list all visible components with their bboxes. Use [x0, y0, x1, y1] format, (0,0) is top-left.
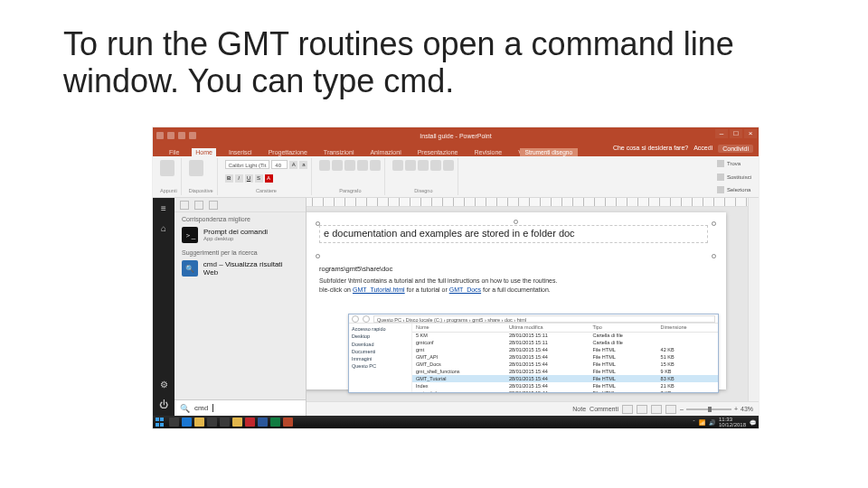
- resize-handle[interactable]: [712, 254, 716, 258]
- file-explorer-window[interactable]: Questo PC › Disco locale (C:) › programs…: [348, 314, 719, 393]
- filter-web-icon[interactable]: [209, 201, 218, 210]
- window-controls[interactable]: – □ ×: [715, 129, 757, 138]
- tab-slideshow[interactable]: Presentazione: [414, 148, 462, 156]
- font-color-icon[interactable]: A: [265, 174, 273, 183]
- arrange-icon[interactable]: [405, 160, 416, 171]
- close-button[interactable]: ×: [744, 129, 757, 138]
- signin[interactable]: Accedi: [693, 145, 712, 153]
- tab-review[interactable]: Revisione: [470, 148, 505, 156]
- align-center-icon[interactable]: [357, 160, 368, 171]
- powerpoint-icon[interactable]: [283, 418, 293, 427]
- ribbon-drawing[interactable]: Disegno: [389, 158, 458, 195]
- resize-handle[interactable]: [316, 221, 320, 226]
- volume-icon[interactable]: 🔊: [709, 419, 715, 426]
- tray-chevron-icon[interactable]: ˄: [693, 419, 695, 426]
- vertical-scrollbar[interactable]: [748, 198, 759, 401]
- align-right-icon[interactable]: [370, 160, 381, 171]
- ribbon[interactable]: Appunti Diapositive Calibri Light (Tit 4…: [153, 156, 759, 198]
- zoom-slider[interactable]: –+ 43%: [680, 406, 753, 412]
- table-row[interactable]: 5 KM28/01/2015 15:11Cartella di file: [412, 332, 718, 339]
- strike-icon[interactable]: S: [255, 174, 263, 183]
- tab-animations[interactable]: Animazioni: [366, 148, 404, 156]
- filter-apps-icon[interactable]: [180, 201, 189, 210]
- align-left-icon[interactable]: [344, 160, 355, 171]
- ribbon-slides[interactable]: Diapositive: [185, 158, 218, 195]
- ribbon-editing[interactable]: Trova Sostituisci Seleziona: [713, 158, 755, 195]
- result-cmd-app[interactable]: ＞_ Prompt dei comandi App desktop: [175, 224, 306, 246]
- start-button[interactable]: [156, 418, 166, 427]
- mail-icon[interactable]: [220, 418, 230, 427]
- tab-insert[interactable]: Inserisci: [225, 148, 256, 156]
- underline-icon[interactable]: U: [245, 174, 253, 183]
- explorer-titlebar[interactable]: Questo PC › Disco locale (C:) › programs…: [349, 314, 718, 324]
- back-button[interactable]: [352, 315, 359, 323]
- resize-handle[interactable]: [712, 221, 716, 226]
- inner-slide-title-textbox[interactable]: e documentation and examples are stored …: [319, 225, 708, 243]
- select-icon[interactable]: [717, 186, 724, 193]
- shape-fill-icon[interactable]: [430, 160, 441, 171]
- windows-taskbar[interactable]: ˄ 📶 🔊 11:33 10/12/2018 💬: [153, 416, 759, 428]
- bold-icon[interactable]: B: [225, 174, 233, 183]
- table-row[interactable]: gmt28/01/2015 15:44File HTML42 KB: [412, 346, 718, 353]
- shapes-icon[interactable]: [392, 160, 403, 171]
- explorer-nav-pane[interactable]: Accesso rapido Desktop Download Document…: [349, 324, 412, 392]
- sorter-view-icon[interactable]: [637, 405, 647, 414]
- table-row[interactable]: gmtconf28/01/2015 15:11Cartella di file: [412, 339, 718, 346]
- slideshow-view-icon[interactable]: [665, 405, 676, 414]
- nav-item[interactable]: Desktop: [352, 333, 409, 340]
- table-row[interactable]: Index28/01/2015 15:44File HTML21 KB: [412, 382, 718, 389]
- tab-transitions[interactable]: Transizioni: [320, 148, 358, 156]
- home-icon[interactable]: ⌂: [158, 223, 169, 234]
- start-search-box[interactable]: 🔍 cmd: [175, 399, 306, 416]
- numbering-icon[interactable]: [332, 160, 343, 171]
- tab-design[interactable]: Progettazione: [265, 148, 311, 156]
- reading-view-icon[interactable]: [651, 405, 662, 414]
- replace-icon[interactable]: [717, 174, 724, 181]
- start-menu[interactable]: ≡ ⌂ ⚙ ⏻ Corrispondenza migliore ＞_ Promp…: [153, 198, 307, 416]
- font-size-select[interactable]: 40: [271, 160, 288, 169]
- notes-button[interactable]: Note: [572, 406, 586, 412]
- table-row[interactable]: GMT_Tutorial28/01/2015 15:44File HTML83 …: [412, 375, 718, 382]
- ribbon-font[interactable]: Calibri Light (Tit 40 A a B I U S A Cara…: [222, 158, 313, 195]
- table-row[interactable]: GMT_API28/01/2015 15:44File HTML51 KB: [412, 353, 718, 361]
- taskview-icon[interactable]: [169, 418, 179, 427]
- contextual-tab-drawing-tools[interactable]: Strumenti disegno: [520, 148, 578, 156]
- comments-button[interactable]: Commenti: [590, 406, 618, 412]
- minimize-button[interactable]: –: [715, 129, 728, 138]
- start-search-results[interactable]: Corrispondenza migliore ＞_ Prompt dei co…: [175, 198, 307, 416]
- paste-icon[interactable]: [160, 160, 175, 176]
- menu-icon[interactable]: ≡: [158, 203, 169, 214]
- power-icon[interactable]: ⏻: [158, 399, 169, 410]
- normal-view-icon[interactable]: [622, 405, 633, 414]
- tab-file[interactable]: File: [165, 148, 183, 156]
- find-icon[interactable]: [717, 160, 724, 167]
- store-icon[interactable]: [207, 418, 217, 427]
- start-rail[interactable]: ≡ ⌂ ⚙ ⏻: [153, 198, 175, 416]
- nav-item[interactable]: Documenti: [352, 348, 409, 355]
- increase-font-icon[interactable]: A: [289, 161, 297, 169]
- ribbon-tabs[interactable]: File Home Inserisci Progettazione Transi…: [153, 144, 759, 156]
- settings-icon[interactable]: ⚙: [158, 380, 169, 390]
- result-cmd-web[interactable]: 🔍 cmd – Visualizza risultati Web: [175, 258, 306, 279]
- filter-docs-icon[interactable]: [194, 201, 203, 210]
- breadcrumb[interactable]: Questo PC › Disco locale (C:) › programs…: [373, 315, 715, 323]
- explorer-running-icon[interactable]: [232, 418, 242, 427]
- nav-item[interactable]: Immagini: [352, 355, 409, 362]
- table-row[interactable]: gmt_shell_functions28/01/2015 15:44File …: [412, 368, 718, 375]
- decrease-font-icon[interactable]: a: [299, 161, 307, 169]
- network-icon[interactable]: 📶: [699, 419, 705, 426]
- rotate-handle[interactable]: [514, 220, 518, 224]
- nav-item[interactable]: Download: [352, 341, 409, 348]
- italic-icon[interactable]: I: [235, 174, 243, 183]
- action-center-icon[interactable]: 💬: [750, 419, 756, 426]
- shape-outline-icon[interactable]: [443, 160, 454, 171]
- acrobat-icon[interactable]: [245, 418, 255, 427]
- bullets-icon[interactable]: [319, 160, 330, 171]
- file-explorer-icon[interactable]: [194, 418, 204, 427]
- new-slide-icon[interactable]: [189, 160, 203, 176]
- nav-item[interactable]: Questo PC: [352, 362, 409, 370]
- nav-item[interactable]: Accesso rapido: [352, 325, 409, 333]
- quick-styles-icon[interactable]: [418, 160, 429, 171]
- share-button[interactable]: Condividi: [718, 145, 753, 153]
- ribbon-clipboard[interactable]: Appunti: [156, 158, 182, 195]
